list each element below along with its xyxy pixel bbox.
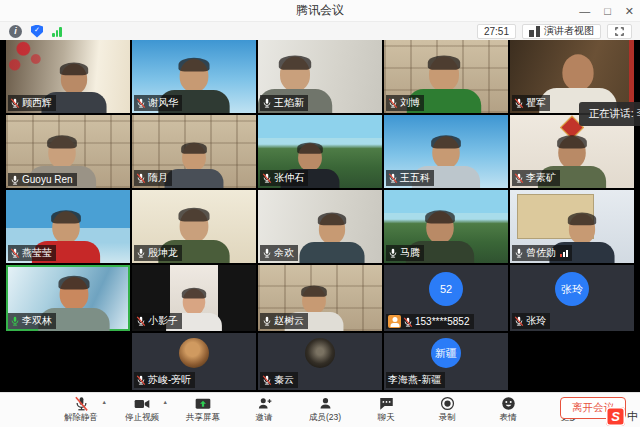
participant-tile[interactable]: Guoyu Ren (6, 115, 130, 188)
participant-tile[interactable]: 马腾 (384, 190, 508, 263)
mic-status-icon (388, 248, 398, 258)
mic-status-icon (262, 316, 272, 326)
share-screen-icon (195, 396, 211, 411)
view-mode-button[interactable]: 演讲者视图 (522, 24, 601, 39)
mic-status-icon (262, 375, 272, 385)
members-button[interactable]: 成员(23) (303, 396, 347, 424)
participant-tile[interactable]: 52 153****5852 (384, 265, 508, 331)
share-screen-button[interactable]: 共享屏幕 (181, 396, 225, 424)
participant-name: 小影子 (148, 314, 178, 328)
participant-name: Guoyu Ren (22, 174, 73, 185)
mic-status-icon (514, 248, 524, 258)
participant-name: 刘博 (400, 96, 420, 110)
status-right: 27:51 演讲者视图 (477, 24, 632, 39)
meeting-timer: 27:51 (477, 24, 516, 39)
participant-name: 瞿军 (526, 96, 546, 110)
window-controls: — □ ✕ (579, 0, 634, 22)
record-button[interactable]: 录制 (425, 396, 469, 424)
chat-button[interactable]: 聊天 (364, 396, 408, 424)
participant-label: 马腾 (386, 245, 424, 261)
participant-tile[interactable]: 曾佐勋 (510, 190, 634, 263)
participant-name: 赵树云 (274, 314, 304, 328)
participant-tile[interactable]: 小影子 (132, 265, 256, 331)
participant-tile[interactable]: 王五科 (384, 115, 508, 188)
network-signal-icon (52, 26, 62, 37)
network-signal-icon (560, 250, 568, 257)
security-shield-icon[interactable] (31, 25, 43, 38)
participant-tile[interactable]: 秦云 (258, 333, 382, 390)
participant-label: 顾西辉 (8, 95, 56, 111)
mic-status-icon (514, 173, 524, 183)
participant-tile[interactable]: 苏峻-旁听 (132, 333, 256, 390)
mic-status-icon (136, 98, 146, 108)
unmute-button[interactable]: 解除静音 ▲ (59, 396, 103, 424)
participant-name: 殷坤龙 (148, 246, 178, 260)
ime-language-label[interactable]: 中 (627, 409, 638, 424)
participant-label: 王焰新 (260, 95, 308, 111)
minimize-button[interactable]: — (579, 0, 590, 22)
participant-label: 李双林 (8, 313, 56, 329)
mic-status-icon (388, 173, 398, 183)
chevron-up-icon[interactable]: ▲ (163, 399, 168, 405)
participant-label: 刘博 (386, 95, 424, 111)
participant-avatar (305, 338, 335, 368)
participant-tile[interactable]: 谢风华 (132, 40, 256, 113)
mic-status-icon (136, 316, 146, 326)
stop-video-button[interactable]: 停止视频 ▲ (120, 396, 164, 424)
participant-tile[interactable]: 刘博 (384, 40, 508, 113)
chevron-up-icon[interactable]: ▲ (102, 399, 107, 405)
participant-tile[interactable]: 燕莹莹 (6, 190, 130, 263)
participant-tile[interactable]: 张仲石 (258, 115, 382, 188)
members-icon (318, 396, 333, 411)
participant-name: 曾佐勋 (526, 246, 556, 260)
participant-tile[interactable]: 赵树云 (258, 265, 382, 331)
video-grid: 正在讲话: 李双林 顾西辉 (0, 40, 640, 392)
camera-icon (134, 396, 150, 411)
participant-label: 余欢 (260, 245, 298, 261)
invite-button[interactable]: 邀请 (242, 396, 286, 424)
participant-tile[interactable]: 张玲 张玲 (510, 265, 634, 331)
participant-tile[interactable]: 隋月 (132, 115, 256, 188)
participant-label: 小影子 (134, 313, 182, 329)
view-mode-label: 演讲者视图 (544, 24, 594, 38)
fullscreen-button[interactable] (607, 24, 632, 39)
participant-tile[interactable]: 殷坤龙 (132, 190, 256, 263)
participant-name: 李海燕-新疆 (388, 373, 441, 387)
participant-avatar: 张玲 (555, 272, 589, 306)
emoji-button[interactable]: 表情 (486, 396, 530, 424)
mic-status-icon (10, 98, 20, 108)
close-button[interactable]: ✕ (625, 0, 634, 22)
participant-name: 隋月 (148, 171, 168, 185)
mic-status-icon (10, 175, 20, 185)
sogou-input-icon[interactable]: S (606, 407, 625, 426)
speaking-toast: 正在讲话: 李双林 (579, 102, 640, 126)
chat-bubble-icon (379, 396, 394, 411)
maximize-button[interactable]: □ (604, 0, 611, 22)
emoji-smiley-icon (501, 396, 516, 411)
participant-tile[interactable]: 顾西辉 (6, 40, 130, 113)
participant-label: 苏峻-旁听 (134, 372, 195, 388)
participant-name: 张玲 (526, 314, 546, 328)
title-bar: 腾讯会议 — □ ✕ (0, 0, 640, 22)
participant-label: 隋月 (134, 170, 172, 186)
participant-label: 李海燕-新疆 (386, 372, 445, 388)
participant-name: 余欢 (274, 246, 294, 260)
participant-name: 王五科 (400, 171, 430, 185)
participant-tile[interactable]: 王焰新 (258, 40, 382, 113)
participant-avatar (179, 338, 209, 368)
mic-status-icon (136, 248, 146, 258)
participant-tile[interactable]: 李双林 (6, 265, 130, 331)
participant-label: 燕莹莹 (8, 245, 56, 261)
record-icon (440, 396, 455, 411)
participant-label: Guoyu Ren (8, 173, 77, 186)
mic-status-icon (262, 248, 272, 258)
participant-name: 燕莹莹 (22, 246, 52, 260)
participant-tile[interactable]: 余欢 (258, 190, 382, 263)
meeting-info-icon[interactable]: i (9, 25, 22, 38)
participant-label: 张仲石 (260, 170, 308, 186)
mic-status-icon (10, 248, 20, 258)
invite-person-icon (257, 396, 272, 411)
phone-user-icon (388, 315, 401, 328)
mic-status-icon (514, 98, 524, 108)
participant-tile[interactable]: 新疆 李海燕-新疆 (384, 333, 508, 390)
